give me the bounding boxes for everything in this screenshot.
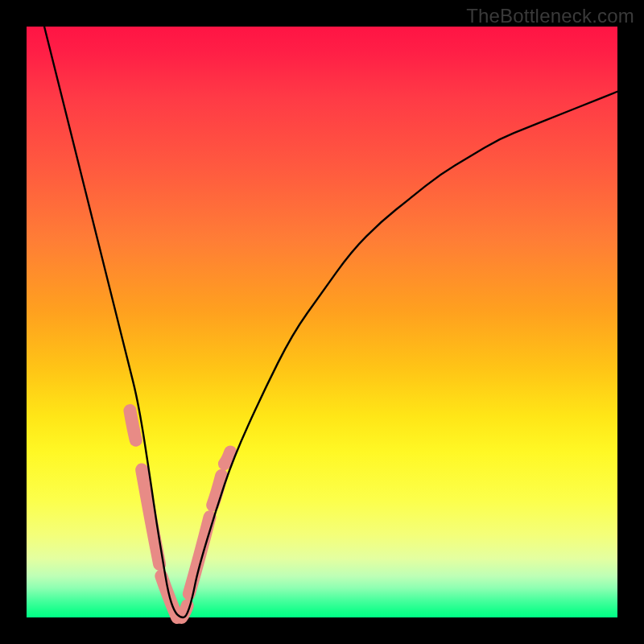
chart-svg <box>27 27 617 617</box>
marker-segment <box>213 476 221 506</box>
plot-area <box>27 27 617 617</box>
chart-frame: TheBottleneck.com <box>0 0 644 644</box>
watermark-text: TheBottleneck.com <box>466 5 634 27</box>
marker-segment <box>225 452 230 464</box>
marker-segment <box>189 517 210 593</box>
bottleneck-curve <box>44 27 617 617</box>
marker-segment <box>130 411 135 440</box>
